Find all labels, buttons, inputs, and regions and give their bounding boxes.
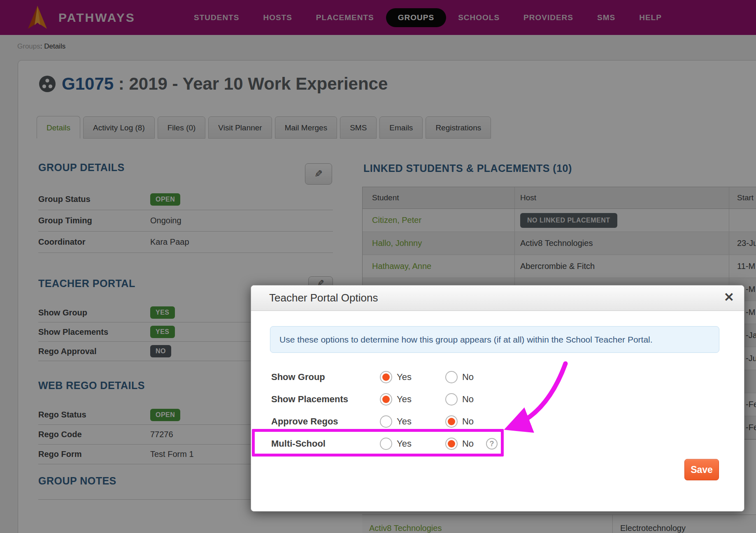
radio-no-label: No bbox=[462, 372, 474, 382]
option-label: Show Placements bbox=[271, 394, 380, 405]
teacher-portal-options-dialog: Teacher Portal Options ✕ Use these optio… bbox=[251, 285, 744, 512]
radio-no-label: No bbox=[462, 394, 474, 405]
radio-yes[interactable] bbox=[380, 415, 392, 428]
option-row: Show Placements Yes No bbox=[271, 388, 724, 410]
option-label: Approve Regos bbox=[271, 416, 380, 427]
info-alert-text: Use these options to determine how this … bbox=[279, 335, 653, 345]
radio-no-label: No bbox=[462, 416, 474, 427]
radio-yes[interactable] bbox=[380, 393, 392, 406]
option-row: Show Group Yes No bbox=[271, 366, 724, 388]
radio-no[interactable] bbox=[445, 371, 458, 383]
info-alert: Use these options to determine how this … bbox=[270, 326, 719, 353]
radio-yes-label: Yes bbox=[397, 394, 412, 405]
save-button[interactable]: Save bbox=[684, 459, 719, 480]
multi-school-highlight-box bbox=[252, 429, 504, 457]
radio-yes-label: Yes bbox=[397, 416, 412, 427]
radio-yes[interactable] bbox=[380, 371, 392, 383]
dialog-header: Teacher Portal Options ✕ bbox=[251, 285, 744, 311]
dialog-title: Teacher Portal Options bbox=[269, 292, 378, 304]
radio-no[interactable] bbox=[445, 393, 458, 406]
option-label: Show Group bbox=[271, 372, 380, 382]
radio-no[interactable] bbox=[445, 415, 458, 428]
app-window: PATHWAYS STUDENTS HOSTS PLACEMENTS GROUP… bbox=[0, 0, 756, 533]
close-icon[interactable]: ✕ bbox=[724, 290, 734, 304]
radio-yes-label: Yes bbox=[397, 372, 412, 382]
